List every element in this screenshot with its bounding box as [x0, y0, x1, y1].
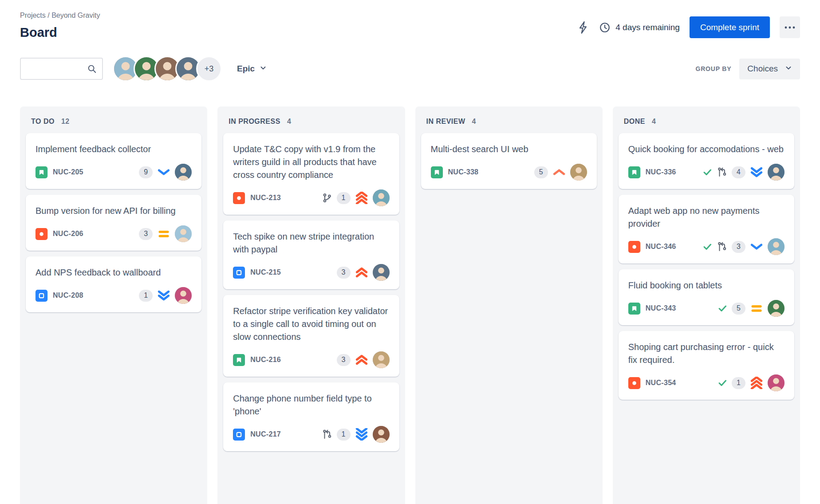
estimate-badge: 1 [732, 377, 745, 389]
title-block: Projects / Beyond Gravity Board [20, 12, 100, 40]
board-column: IN REVIEW 4 Multi-dest search UI web NUC… [415, 106, 603, 504]
bug-icon [628, 377, 640, 389]
check-icon [718, 303, 727, 313]
card-footer: NUC-343 5 [628, 300, 785, 317]
column-count: 4 [287, 118, 291, 126]
page-title: Board [20, 25, 100, 40]
issue-card[interactable]: Fluid booking on tablets NUC-343 5 [619, 269, 794, 325]
priority-higher-icon [355, 354, 368, 366]
estimate-badge: 3 [732, 241, 745, 253]
issue-card[interactable]: Adapt web app no new payments provider N… [619, 195, 794, 264]
card-key: NUC-346 [646, 243, 676, 251]
priority-medium-icon [750, 302, 763, 315]
issue-card[interactable]: Multi-dest search UI web NUC-338 5 [421, 133, 597, 189]
board-column: IN PROGRESS 4 Update T&C copy with v1.9 … [217, 106, 405, 504]
group-by-select[interactable]: Choices [739, 59, 800, 79]
assignee-avatar [175, 287, 192, 304]
issue-card[interactable]: Refactor stripe verification key validat… [223, 295, 399, 377]
group-by-value: Choices [747, 64, 778, 74]
pull-request-icon [717, 167, 727, 177]
card-title: Bump version for new API for billing [35, 205, 192, 217]
search-icon [87, 64, 97, 74]
breadcrumb[interactable]: Projects / Beyond Gravity [20, 12, 100, 20]
pull-request-icon [322, 429, 332, 440]
issue-card[interactable]: Bump version for new API for billing NUC… [26, 195, 201, 251]
group-by-label: GROUP BY [696, 65, 732, 72]
priority-highest-icon [355, 192, 368, 204]
card-key: NUC-217 [250, 430, 281, 438]
card-meta: 3 [702, 238, 785, 255]
story-icon [628, 303, 640, 315]
chevron-down-icon [785, 64, 792, 74]
check-icon [702, 167, 712, 177]
priority-high-icon [552, 166, 566, 178]
bug-icon [233, 192, 245, 204]
card-footer: NUC-215 3 [233, 264, 389, 281]
column-header: IN PROGRESS 4 [223, 106, 399, 133]
column-header: TO DO 12 [26, 106, 201, 133]
card-key: NUC-216 [250, 356, 281, 364]
chevron-down-icon [260, 64, 267, 74]
issue-card[interactable]: Implement feedback collector NUC-205 9 [26, 133, 201, 189]
header-actions: 4 days remaining Complete sprint [578, 16, 800, 40]
card-meta: 1 [718, 374, 785, 391]
estimate-badge: 3 [337, 267, 351, 279]
card-list: Update T&C copy with v1.9 from the write… [223, 133, 399, 451]
estimate-badge: 1 [337, 192, 351, 204]
days-remaining-text: 4 days remaining [615, 23, 680, 32]
column-count: 4 [472, 118, 476, 126]
more-button[interactable] [780, 16, 800, 38]
epic-filter-dropdown[interactable]: Epic [237, 64, 267, 74]
card-title: Tech spike on new stripe integration wit… [233, 230, 389, 256]
issue-card[interactable]: Tech spike on new stripe integration wit… [223, 220, 399, 289]
priority-medium-icon [157, 228, 170, 240]
avatar-group: +3 [113, 56, 222, 82]
estimate-badge: 3 [139, 228, 153, 240]
column-count: 12 [61, 118, 70, 126]
story-icon [431, 166, 443, 178]
assignee-avatar [768, 164, 785, 181]
card-meta: 3 [337, 351, 390, 368]
lightning-icon[interactable] [578, 21, 589, 34]
card-meta: 1 [139, 287, 192, 304]
priority-highest-icon [750, 377, 763, 389]
card-title: Adapt web app no new payments provider [628, 205, 785, 230]
estimate-badge: 9 [139, 166, 153, 178]
ellipsis-icon [784, 24, 796, 31]
issue-card[interactable]: Change phone number field type to 'phone… [223, 382, 399, 451]
card-title: Multi-dest search UI web [431, 143, 587, 156]
assignee-avatar [175, 225, 192, 242]
search-input[interactable] [21, 59, 87, 79]
card-title: Refactor stripe verification key validat… [233, 305, 389, 343]
avatar-overflow-chip[interactable]: +3 [196, 56, 222, 82]
card-title: Implement feedback collector [35, 143, 192, 156]
issue-card[interactable]: Add NPS feedback to wallboard NUC-208 1 [26, 256, 201, 312]
epic-filter-label: Epic [237, 64, 255, 74]
assignee-avatar [570, 164, 587, 181]
estimate-badge: 5 [732, 303, 745, 315]
issue-card[interactable]: Quick booking for accomodations - web NU… [619, 133, 794, 189]
card-footer: NUC-216 3 [233, 351, 389, 368]
estimate-badge: 1 [337, 429, 351, 441]
story-icon [233, 354, 245, 366]
column-title: IN REVIEW [426, 118, 465, 126]
board-column: DONE 4 Quick booking for accomodations -… [613, 106, 800, 504]
assignee-avatar [768, 374, 785, 391]
controls-left: +3 Epic [20, 56, 267, 82]
branch-icon [322, 193, 332, 203]
card-key: NUC-343 [646, 304, 676, 312]
complete-sprint-button[interactable]: Complete sprint [690, 16, 770, 38]
card-footer: NUC-336 4 [628, 164, 785, 181]
column-title: IN PROGRESS [229, 118, 280, 126]
task-icon [233, 429, 245, 441]
issue-card[interactable]: Shoping cart purchasing error - quick fi… [619, 331, 794, 400]
card-key: NUC-354 [646, 379, 676, 387]
issue-card[interactable]: Update T&C copy with v1.9 from the write… [223, 133, 399, 215]
card-key: NUC-215 [250, 268, 281, 276]
assignee-avatar [373, 189, 390, 206]
check-icon [718, 378, 727, 388]
estimate-badge: 1 [139, 290, 153, 302]
card-meta: 3 [337, 264, 390, 281]
card-meta: 3 [139, 225, 192, 242]
card-meta: 9 [139, 164, 192, 181]
